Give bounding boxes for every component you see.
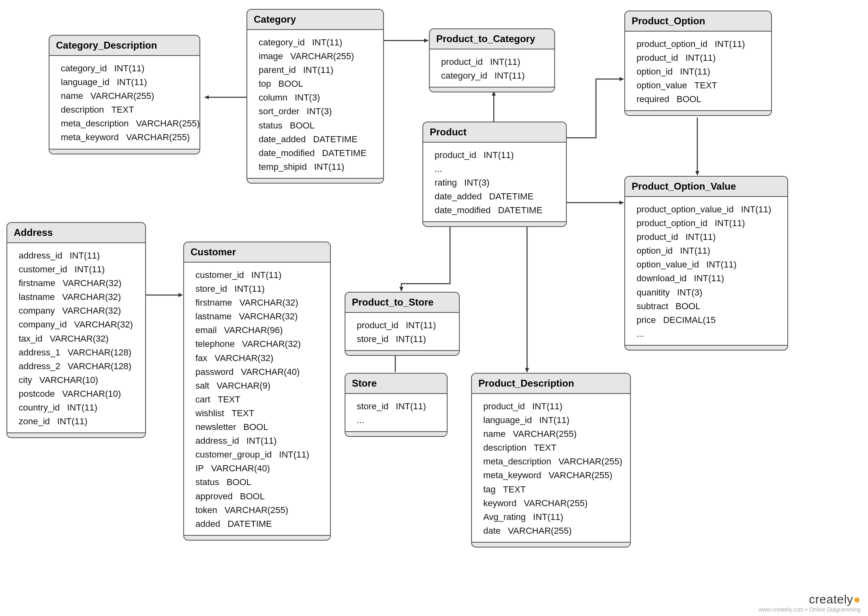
entity-footer [247,178,383,183]
column-row: temp_shipidINT(11) [259,160,375,174]
column-name: postcode [19,387,55,401]
column-type: INT(11) [686,230,716,244]
column-type: INT(11) [533,510,564,524]
column-name: status [259,119,283,133]
column-type: INT(11) [396,400,426,413]
column-type: INT(11) [70,249,100,263]
entity-product_description[interactable]: Product_Descriptionproduct_idINT(11)lang… [471,373,631,548]
entity-columns: customer_idINT(11)store_idINT(11)firstna… [184,263,330,535]
column-name: date [483,524,501,538]
column-type: INT(11) [57,415,88,428]
column-row: option_idINT(11) [637,244,779,258]
column-row: sort_orderINT(3) [259,105,375,118]
entity-columns: product_idINT(11)language_idINT(11)nameV… [472,394,630,542]
column-row: option_value_idINT(11) [637,258,779,272]
entity-product[interactable]: Productproduct_idINT(11)...ratingINT(3)d… [422,122,567,227]
column-row: category_idINT(11) [441,69,546,83]
entity-customer[interactable]: Customercustomer_idINT(11)store_idINT(11… [183,242,331,541]
column-type: VARCHAR(10) [62,387,121,401]
column-name: name [61,89,83,103]
column-name: approved [195,490,233,503]
column-row: lastnameVARCHAR(32) [19,290,137,304]
entity-category_description[interactable]: Category_Descriptioncategory_idINT(11)la… [49,35,200,154]
entity-title: Product_Option_Value [625,177,787,197]
column-name: rating [435,176,457,190]
column-type: INT(11) [314,160,345,174]
column-name: company [19,304,55,318]
column-row: store_idINT(11) [357,400,439,413]
column-row: cartTEXT [195,393,322,406]
column-type: INT(11) [680,244,710,258]
column-name: ... [357,413,364,427]
entity-address[interactable]: Addressaddress_idINT(11)customer_idINT(1… [6,222,146,438]
column-name: status [195,475,219,489]
column-row: dateVARCHAR(255) [483,524,622,538]
column-row: product_idINT(11) [637,230,779,244]
lightbulb-icon: ● [853,592,861,606]
entity-columns: product_option_value_idINT(11)product_op… [625,197,787,345]
entity-columns: category_idINT(11)language_idINT(11)name… [49,56,199,149]
column-name: meta_description [61,117,129,130]
column-name: salt [195,379,209,393]
column-row: statusBOOL [195,475,322,489]
column-type: INT(11) [680,65,710,79]
column-name: telephone [195,337,235,351]
column-row: firstnameVARCHAR(32) [195,296,322,310]
column-type: VARCHAR(32) [50,332,109,346]
column-type: TEXT [218,393,240,406]
column-name: ... [435,162,442,176]
column-type: VARCHAR(32) [214,351,273,365]
column-type: VARCHAR(32) [62,276,121,290]
column-row: ... [637,327,779,341]
column-row: companyVARCHAR(32) [19,304,137,318]
column-name: description [483,441,526,455]
column-type: INT(11) [246,434,277,448]
column-type: VARCHAR(255) [90,89,154,103]
column-name: sort_order [259,105,299,118]
entity-product_to_category[interactable]: Product_to_Categoryproduct_idINT(11)cate… [429,28,555,92]
column-name: store_id [357,400,388,413]
column-row: date_addedDATETIME [435,190,558,203]
column-row: product_idINT(11) [435,148,558,162]
entity-store[interactable]: Storestore_idINT(11)... [345,373,448,437]
column-row: tagTEXT [483,483,622,496]
entity-product_to_store[interactable]: Product_to_Storeproduct_idINT(11)store_i… [345,292,460,356]
column-row: company_idVARCHAR(32) [19,318,137,332]
column-type: INT(11) [114,62,145,75]
entity-title: Product [423,122,566,143]
column-name: product_id [435,148,476,162]
column-row: product_idINT(11) [441,55,546,69]
column-name: Avg_rating [483,510,526,524]
column-name: address_id [19,249,62,263]
column-type: VARCHAR(255) [290,49,354,63]
column-name: address_1 [19,346,60,359]
entity-product_option[interactable]: Product_Optionproduct_option_idINT(11)pr… [624,11,772,116]
column-name: zone_id [19,415,50,428]
column-type: VARCHAR(128) [68,359,131,373]
column-row: customer_group_idINT(11) [195,448,322,462]
entity-category[interactable]: Categorycategory_idINT(11)imageVARCHAR(2… [246,9,384,184]
column-name: wishlist [195,406,224,420]
column-name: customer_id [195,268,244,282]
column-type: TEXT [231,406,254,420]
column-name: lastname [195,310,231,323]
entity-footer [625,345,787,350]
column-row: product_idINT(11) [357,319,451,332]
column-name: product_id [637,51,678,65]
column-name: date_modified [259,146,315,160]
column-type: VARCHAR(32) [242,337,301,351]
column-name: keyword [483,496,517,510]
entity-footer [345,350,459,355]
column-row: faxVARCHAR(32) [195,351,322,365]
column-row: nameVARCHAR(255) [483,427,622,441]
entity-footer [7,432,145,437]
column-name: option_value [637,79,687,92]
entity-product_option_value[interactable]: Product_Option_Valueproduct_option_value… [624,176,788,351]
column-name: email [195,323,217,337]
column-row: addedDATETIME [195,517,322,531]
column-type: VARCHAR(255) [126,130,190,144]
column-name: lastname [19,290,55,304]
column-name: ... [637,327,644,341]
column-row: columnINT(3) [259,91,375,105]
column-type: INT(11) [490,55,521,69]
